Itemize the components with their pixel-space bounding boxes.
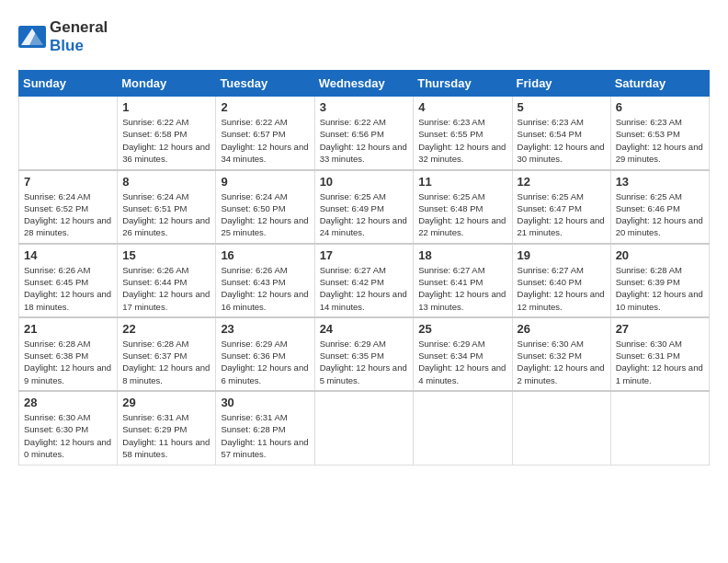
day-number: 4	[418, 100, 506, 114]
day-info: Sunrise: 6:31 AMSunset: 6:29 PMDaylight:…	[122, 411, 210, 460]
calendar-cell: 29Sunrise: 6:31 AMSunset: 6:29 PMDayligh…	[118, 391, 216, 465]
day-info: Sunrise: 6:23 AMSunset: 6:53 PMDaylight:…	[616, 116, 704, 165]
calendar-cell: 7Sunrise: 6:24 AMSunset: 6:52 PMDaylight…	[19, 170, 118, 244]
day-info: Sunrise: 6:23 AMSunset: 6:55 PMDaylight:…	[418, 116, 506, 165]
calendar-cell	[610, 391, 709, 465]
calendar-cell: 2Sunrise: 6:22 AMSunset: 6:57 PMDaylight…	[216, 97, 314, 170]
calendar-cell: 9Sunrise: 6:24 AMSunset: 6:50 PMDaylight…	[216, 170, 314, 244]
day-header-friday: Friday	[512, 71, 610, 97]
day-number: 3	[320, 100, 409, 114]
calendar-cell: 20Sunrise: 6:28 AMSunset: 6:39 PMDayligh…	[610, 244, 709, 317]
calendar-cell: 21Sunrise: 6:28 AMSunset: 6:38 PMDayligh…	[19, 317, 118, 391]
day-number: 7	[24, 175, 112, 189]
day-number: 6	[616, 100, 704, 114]
day-header-wednesday: Wednesday	[314, 71, 414, 97]
calendar-cell: 28Sunrise: 6:30 AMSunset: 6:30 PMDayligh…	[19, 391, 118, 465]
day-info: Sunrise: 6:27 AMSunset: 6:42 PMDaylight:…	[320, 264, 409, 313]
calendar-cell	[414, 391, 512, 465]
calendar-cell: 1Sunrise: 6:22 AMSunset: 6:58 PMDaylight…	[118, 97, 216, 170]
day-number: 14	[24, 248, 112, 262]
day-info: Sunrise: 6:25 AMSunset: 6:48 PMDaylight:…	[418, 190, 506, 239]
day-number: 12	[518, 175, 606, 189]
logo-icon	[18, 26, 46, 48]
calendar-cell: 23Sunrise: 6:29 AMSunset: 6:36 PMDayligh…	[216, 317, 314, 391]
day-header-monday: Monday	[118, 71, 216, 97]
calendar-cell: 5Sunrise: 6:23 AMSunset: 6:54 PMDaylight…	[512, 97, 610, 170]
calendar-cell: 10Sunrise: 6:25 AMSunset: 6:49 PMDayligh…	[314, 170, 414, 244]
calendar-cell: 15Sunrise: 6:26 AMSunset: 6:44 PMDayligh…	[118, 244, 216, 317]
calendar-cell: 27Sunrise: 6:30 AMSunset: 6:31 PMDayligh…	[610, 317, 709, 391]
logo-general-text: General	[50, 18, 108, 36]
calendar-cell	[314, 391, 414, 465]
day-number: 18	[418, 248, 506, 262]
day-number: 15	[122, 248, 210, 262]
calendar-header-row: SundayMondayTuesdayWednesdayThursdayFrid…	[19, 71, 710, 97]
calendar-cell: 16Sunrise: 6:26 AMSunset: 6:43 PMDayligh…	[216, 244, 314, 317]
calendar-cell: 12Sunrise: 6:25 AMSunset: 6:47 PMDayligh…	[512, 170, 610, 244]
day-number: 2	[221, 100, 309, 114]
calendar-cell: 4Sunrise: 6:23 AMSunset: 6:55 PMDaylight…	[414, 97, 512, 170]
calendar-cell: 13Sunrise: 6:25 AMSunset: 6:46 PMDayligh…	[610, 170, 709, 244]
day-header-thursday: Thursday	[414, 71, 512, 97]
calendar-week-row: 14Sunrise: 6:26 AMSunset: 6:45 PMDayligh…	[19, 244, 710, 317]
calendar-cell: 3Sunrise: 6:22 AMSunset: 6:56 PMDaylight…	[314, 97, 414, 170]
day-number: 25	[418, 322, 506, 336]
day-number: 16	[221, 248, 309, 262]
day-number: 11	[418, 175, 506, 189]
day-number: 28	[24, 396, 112, 409]
day-info: Sunrise: 6:26 AMSunset: 6:44 PMDaylight:…	[122, 264, 210, 313]
day-info: Sunrise: 6:31 AMSunset: 6:28 PMDaylight:…	[221, 411, 309, 460]
calendar-week-row: 21Sunrise: 6:28 AMSunset: 6:38 PMDayligh…	[19, 317, 710, 391]
day-number: 30	[221, 396, 309, 409]
calendar-week-row: 28Sunrise: 6:30 AMSunset: 6:30 PMDayligh…	[19, 391, 710, 465]
day-info: Sunrise: 6:28 AMSunset: 6:38 PMDaylight:…	[24, 338, 112, 386]
day-info: Sunrise: 6:22 AMSunset: 6:58 PMDaylight:…	[122, 116, 210, 165]
day-info: Sunrise: 6:29 AMSunset: 6:34 PMDaylight:…	[418, 338, 506, 386]
day-header-saturday: Saturday	[610, 71, 709, 97]
day-info: Sunrise: 6:29 AMSunset: 6:36 PMDaylight:…	[221, 338, 309, 386]
day-number: 13	[616, 175, 704, 189]
calendar-cell: 11Sunrise: 6:25 AMSunset: 6:48 PMDayligh…	[414, 170, 512, 244]
calendar-cell: 17Sunrise: 6:27 AMSunset: 6:42 PMDayligh…	[314, 244, 414, 317]
day-info: Sunrise: 6:28 AMSunset: 6:39 PMDaylight:…	[616, 264, 704, 313]
day-info: Sunrise: 6:25 AMSunset: 6:47 PMDaylight:…	[518, 190, 606, 239]
calendar-week-row: 1Sunrise: 6:22 AMSunset: 6:58 PMDaylight…	[19, 97, 710, 170]
day-number: 27	[616, 322, 704, 336]
day-info: Sunrise: 6:25 AMSunset: 6:46 PMDaylight:…	[616, 190, 704, 239]
day-info: Sunrise: 6:27 AMSunset: 6:41 PMDaylight:…	[418, 264, 506, 313]
day-info: Sunrise: 6:30 AMSunset: 6:30 PMDaylight:…	[24, 411, 112, 460]
day-header-tuesday: Tuesday	[216, 71, 314, 97]
calendar-cell: 14Sunrise: 6:26 AMSunset: 6:45 PMDayligh…	[19, 244, 118, 317]
day-info: Sunrise: 6:27 AMSunset: 6:40 PMDaylight:…	[518, 264, 606, 313]
day-number: 20	[616, 248, 704, 262]
day-info: Sunrise: 6:22 AMSunset: 6:56 PMDaylight:…	[320, 116, 409, 165]
day-number: 24	[320, 322, 409, 336]
calendar-cell: 19Sunrise: 6:27 AMSunset: 6:40 PMDayligh…	[512, 244, 610, 317]
day-number: 29	[122, 396, 210, 409]
calendar-cell: 8Sunrise: 6:24 AMSunset: 6:51 PMDaylight…	[118, 170, 216, 244]
calendar-cell: 30Sunrise: 6:31 AMSunset: 6:28 PMDayligh…	[216, 391, 314, 465]
day-number: 5	[518, 100, 606, 114]
day-info: Sunrise: 6:29 AMSunset: 6:35 PMDaylight:…	[320, 338, 409, 386]
calendar-cell: 24Sunrise: 6:29 AMSunset: 6:35 PMDayligh…	[314, 317, 414, 391]
calendar-cell: 22Sunrise: 6:28 AMSunset: 6:37 PMDayligh…	[118, 317, 216, 391]
logo: General Blue	[18, 18, 108, 55]
calendar-table: SundayMondayTuesdayWednesdayThursdayFrid…	[18, 70, 710, 465]
day-info: Sunrise: 6:30 AMSunset: 6:31 PMDaylight:…	[616, 338, 704, 386]
calendar-cell	[19, 97, 118, 170]
calendar-cell: 18Sunrise: 6:27 AMSunset: 6:41 PMDayligh…	[414, 244, 512, 317]
logo-blue-text: Blue	[50, 37, 84, 54]
day-number: 17	[320, 248, 409, 262]
calendar-cell: 25Sunrise: 6:29 AMSunset: 6:34 PMDayligh…	[414, 317, 512, 391]
day-number: 9	[221, 175, 309, 189]
day-number: 23	[221, 322, 309, 336]
day-info: Sunrise: 6:23 AMSunset: 6:54 PMDaylight:…	[518, 116, 606, 165]
day-info: Sunrise: 6:26 AMSunset: 6:43 PMDaylight:…	[221, 264, 309, 313]
calendar-week-row: 7Sunrise: 6:24 AMSunset: 6:52 PMDaylight…	[19, 170, 710, 244]
day-number: 21	[24, 322, 112, 336]
day-info: Sunrise: 6:28 AMSunset: 6:37 PMDaylight:…	[122, 338, 210, 386]
day-number: 19	[518, 248, 606, 262]
day-number: 26	[518, 322, 606, 336]
day-header-sunday: Sunday	[19, 71, 118, 97]
day-info: Sunrise: 6:24 AMSunset: 6:52 PMDaylight:…	[24, 190, 112, 239]
